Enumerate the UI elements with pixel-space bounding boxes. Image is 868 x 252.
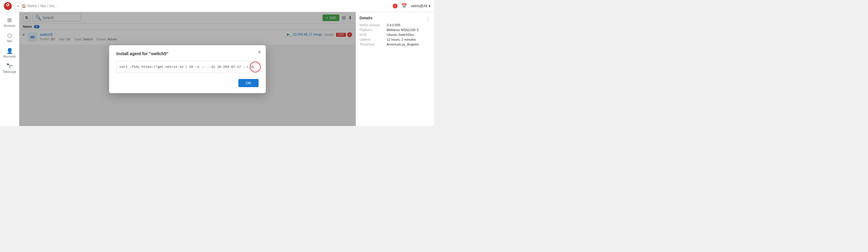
sidebar-label-net: Net [7,39,12,43]
sidebar-collapse-button[interactable]: › [14,2,22,10]
detail-more-button[interactable]: ⋮ [426,17,430,22]
detail-val-nos: Ubuntu SwitchDev [387,33,414,36]
detail-key-nos: NOS: [360,33,387,36]
detail-row-uptime: Uptime: 12 hours, 2 minutes [360,38,430,41]
main-content: ⇅ 🔍 + Add ⊞ ⬇ Name 5 ▶ [19,12,355,126]
sidebar-item-net[interactable]: ⬡ Net [0,30,19,45]
detail-key-uptime: Uptime: [360,38,387,41]
detail-panel-title: Details [360,16,373,20]
telescope-icon: 🔭 [6,63,13,70]
detail-row-version: Netris version: 3.4.0.005 [360,23,430,27]
modal-close-button[interactable]: × [258,50,261,55]
sidebar-label-services: Services [4,24,15,27]
accounts-icon: 👤 [6,48,13,54]
user-label: netris@All [411,4,427,8]
topbar-right: 1 📅 netris@All ▾ [393,3,430,9]
detail-key-version: Netris version: [360,23,387,27]
modal-footer: OK [116,79,258,87]
detail-val-version: 3.4.0.005 [387,23,401,27]
sidebar-label-accounts: Accounts [3,55,16,58]
sidebar-item-services[interactable]: ⊞ Services [0,14,19,30]
sidebar-label-telescope: Telescope [3,70,16,73]
copy-button[interactable]: ⧉ [250,64,255,70]
detail-panel: Details ⋮ Netris version: 3.4.0.005 Plat… [355,12,434,126]
install-agent-modal: Install agent for "switch5" × curl -fsSL… [109,45,266,93]
detail-row-timezone: TimeZone: America/Los_Angeles [360,42,430,46]
command-text: curl -fsSL https://get.netris.io | sh -s… [120,65,248,69]
services-icon: ⊞ [7,17,12,24]
layout: ⊞ Services ⬡ Net 👤 Accounts 🔭 Telescope … [0,12,434,126]
modal-title: Install agent for "switch5" [116,51,258,56]
detail-val-timezone: America/Los_Angeles [387,42,419,46]
modal-overlay[interactable]: Install agent for "switch5" × curl -fsSL… [19,12,355,126]
net-icon: ⬡ [7,32,12,39]
notification-badge[interactable]: 1 [393,4,398,8]
detail-key-platform: Platform: [360,28,387,32]
detail-key-timezone: TimeZone: [360,42,387,46]
breadcrumb-net[interactable]: Net [40,4,46,8]
detail-val-platform: Mellanox MSN2100 S [387,28,418,32]
breadcrumb-inv[interactable]: Inv... [50,4,57,8]
topbar: › 🏠 Netris / Net / Inv... 1 📅 netris@All… [0,0,434,12]
user-selector[interactable]: netris@All ▾ [411,4,430,8]
logo [4,2,12,10]
detail-row-nos: NOS: Ubuntu SwitchDev [360,33,430,36]
calendar-icon[interactable]: 📅 [401,3,407,9]
command-box: curl -fsSL https://get.netris.io | sh -s… [116,61,258,73]
svg-point-2 [7,4,9,5]
detail-val-uptime: 12 hours, 2 minutes [387,38,416,41]
chevron-down-icon: ▾ [429,4,430,8]
sidebar-item-accounts[interactable]: 👤 Accounts [0,45,19,61]
sidebar: ⊞ Services ⬡ Net 👤 Accounts 🔭 Telescope [0,12,19,126]
breadcrumb-netris[interactable]: Netris [27,4,37,8]
detail-row-platform: Platform: Mellanox MSN2100 S [360,28,430,32]
breadcrumb: 🏠 Netris / Net / Inv... [22,4,393,8]
ok-button[interactable]: OK [239,79,258,87]
sidebar-item-telescope[interactable]: 🔭 Telescope [0,61,19,76]
home-icon: 🏠 [22,4,26,8]
